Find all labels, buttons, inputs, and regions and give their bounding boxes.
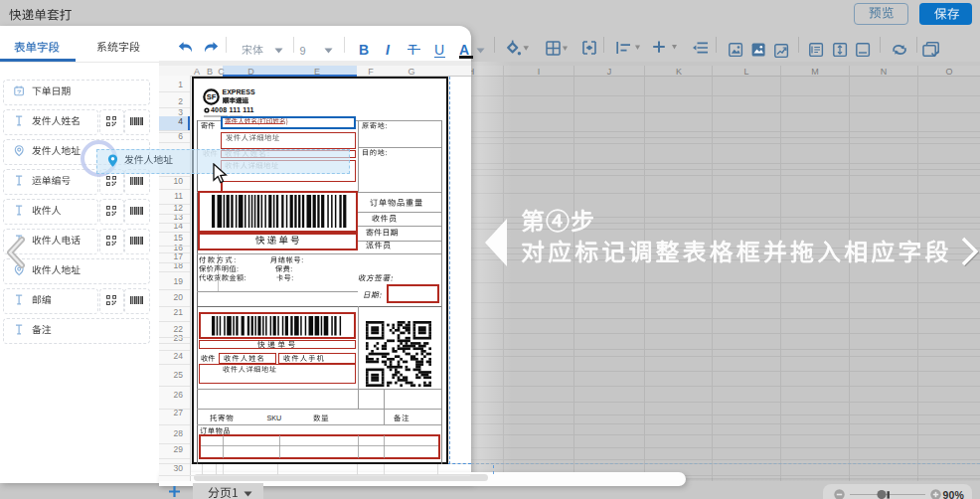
svg-text:SF: SF (206, 92, 216, 101)
